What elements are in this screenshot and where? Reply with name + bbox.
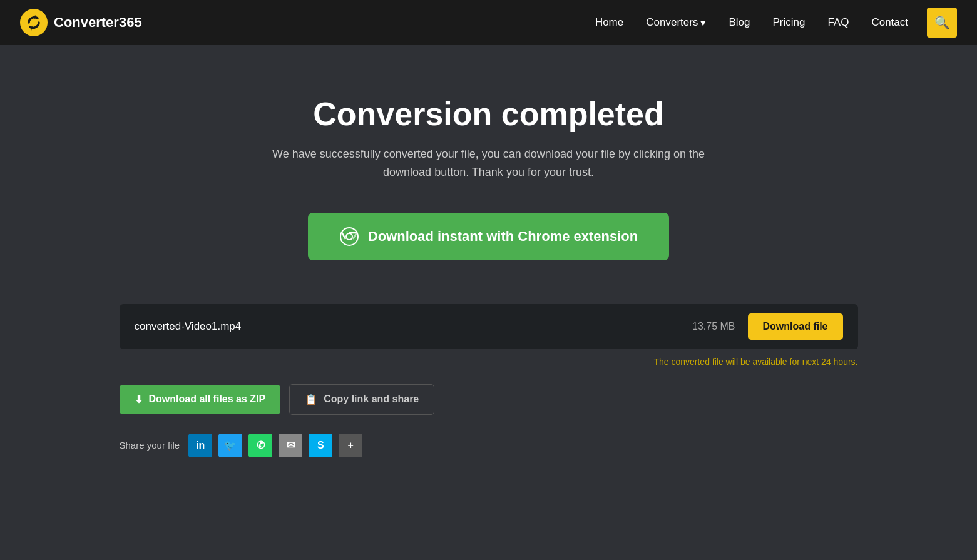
file-section: converted-Video1.mp4 13.75 MB Download f… xyxy=(120,304,858,457)
nav-converters[interactable]: Converters ▾ xyxy=(637,11,715,34)
logo-text: Converter365 xyxy=(54,14,142,31)
file-name: converted-Video1.mp4 xyxy=(135,320,693,333)
download-zip-button[interactable]: ⬇ Download all files as ZIP xyxy=(120,385,281,414)
nav-links: Home Converters ▾ Blog Pricing FAQ Conta… xyxy=(586,8,957,38)
availability-note: The converted file will be available for… xyxy=(120,357,858,367)
zip-button-label: Download all files as ZIP xyxy=(149,394,266,405)
bottom-actions: ⬇ Download all files as ZIP 📋 Copy link … xyxy=(120,384,858,415)
download-file-button[interactable]: Download file xyxy=(748,313,843,340)
navbar: Converter365 Home Converters ▾ Blog Pric… xyxy=(0,0,977,45)
svg-point-3 xyxy=(347,234,352,239)
share-row: Share your file in 🐦 ✆ ✉ S + xyxy=(120,434,858,457)
chrome-button-label: Download instant with Chrome extension xyxy=(368,228,638,245)
svg-point-0 xyxy=(20,9,48,36)
nav-faq[interactable]: FAQ xyxy=(819,11,857,34)
share-whatsapp-button[interactable]: ✆ xyxy=(248,434,272,457)
download-icon: ⬇ xyxy=(135,394,143,405)
copy-link-label: Copy link and share xyxy=(324,394,419,405)
copy-icon: 📋 xyxy=(305,394,317,405)
share-email-button[interactable]: ✉ xyxy=(279,434,302,457)
file-row: converted-Video1.mp4 13.75 MB Download f… xyxy=(120,304,858,349)
main-content: Conversion completed We have successfull… xyxy=(0,45,977,482)
share-label: Share your file xyxy=(120,440,180,451)
share-skype-button[interactable]: S xyxy=(309,434,332,457)
nav-pricing[interactable]: Pricing xyxy=(764,11,814,34)
file-size: 13.75 MB xyxy=(692,321,735,332)
copy-link-button[interactable]: 📋 Copy link and share xyxy=(289,384,434,415)
share-more-button[interactable]: + xyxy=(339,434,362,457)
search-icon: 🔍 xyxy=(934,15,950,30)
nav-blog[interactable]: Blog xyxy=(720,11,759,34)
nav-home[interactable]: Home xyxy=(586,11,632,34)
conversion-title: Conversion completed xyxy=(313,95,664,133)
share-twitter-button[interactable]: 🐦 xyxy=(218,434,242,457)
search-button[interactable]: 🔍 xyxy=(927,8,957,38)
chrome-icon xyxy=(339,227,359,247)
conversion-subtitle: We have successfully converted your file… xyxy=(263,145,714,181)
chevron-down-icon: ▾ xyxy=(700,16,706,29)
nav-contact[interactable]: Contact xyxy=(862,11,917,34)
share-linkedin-button[interactable]: in xyxy=(188,434,212,457)
chrome-extension-button[interactable]: Download instant with Chrome extension xyxy=(308,213,669,260)
logo[interactable]: Converter365 xyxy=(20,9,142,36)
